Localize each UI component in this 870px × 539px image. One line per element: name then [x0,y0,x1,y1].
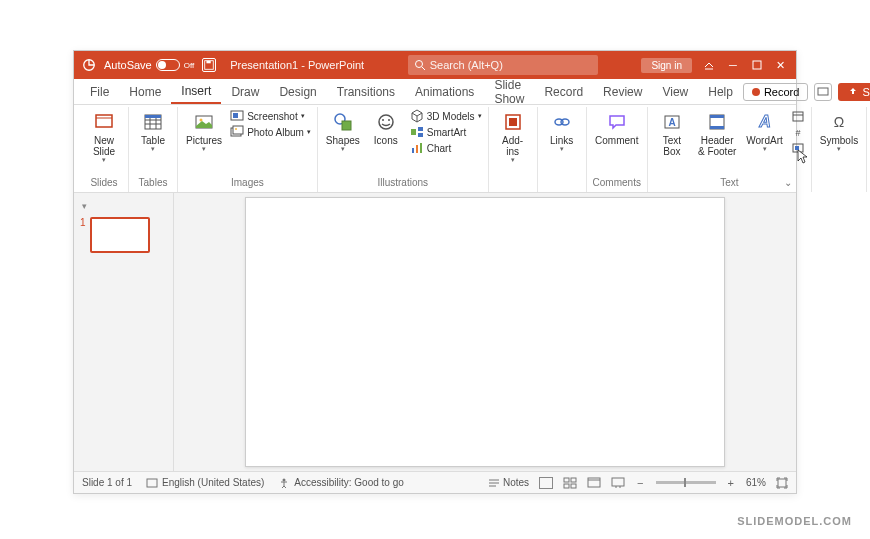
tab-insert[interactable]: Insert [171,80,221,104]
tab-record[interactable]: Record [534,81,593,103]
chevron-down-icon: ▾ [151,146,155,152]
textbox-button[interactable]: A Text Box [654,109,690,159]
shapes-button[interactable]: Shapes ▾ [324,109,362,154]
tab-animations[interactable]: Animations [405,81,484,103]
tab-home[interactable]: Home [119,81,171,103]
svg-rect-57 [571,478,576,482]
maximize-button[interactable] [750,58,764,72]
search-box[interactable]: Search (Alt+Q) [408,55,598,75]
3d-models-button[interactable]: 3D Models ▾ [410,109,482,123]
3d-models-icon [410,109,424,123]
accessibility-indicator[interactable]: Accessibility: Good to go [278,477,404,489]
present-mode-button[interactable] [814,83,832,101]
header-footer-icon [706,111,728,133]
slide-thumbnail-1[interactable] [90,217,150,253]
svg-rect-2 [207,61,211,64]
branding-watermark: SLIDEMODEL.COM [737,515,852,527]
slide-number-button[interactable]: # [791,125,805,139]
screenshot-icon [230,109,244,123]
tab-transitions[interactable]: Transitions [327,81,405,103]
minimize-button[interactable]: ─ [726,58,740,72]
language-indicator[interactable]: English (United States) [146,477,264,489]
chart-button[interactable]: Chart [410,141,482,155]
svg-rect-19 [233,113,238,118]
group-links: Links ▾ [538,107,587,192]
group-tables-label: Tables [139,177,168,190]
quick-access-dropdown[interactable]: ▾ [78,201,169,215]
svg-rect-44 [793,112,803,121]
date-time-button[interactable] [791,109,805,123]
autosave-toggle[interactable]: AutoSave Off [104,59,194,71]
smartart-icon [410,125,424,139]
reading-view-button[interactable] [587,477,601,489]
comment-button[interactable]: Comment [593,109,640,148]
chevron-down-icon: ▾ [763,146,767,152]
svg-rect-58 [564,484,569,488]
wordart-icon: A [754,111,776,133]
normal-view-button[interactable] [539,477,553,489]
tab-view[interactable]: View [652,81,698,103]
slide-sorter-view-button[interactable] [563,477,577,489]
header-footer-button[interactable]: Header & Footer [696,109,738,159]
slide-counter[interactable]: Slide 1 of 1 [82,477,132,488]
group-images-label: Images [231,177,264,190]
notes-button[interactable]: Notes [488,477,529,488]
ribbon: New Slide ▾ Slides Table ▾ Tables [74,105,796,193]
tab-draw[interactable]: Draw [221,81,269,103]
wordart-button[interactable]: A WordArt ▾ [744,109,785,154]
smartart-label: SmartArt [427,127,466,138]
object-button[interactable] [791,141,805,155]
accessibility-text: Accessibility: Good to go [294,477,404,488]
svg-rect-30 [418,133,423,137]
save-icon[interactable] [202,58,216,72]
links-button[interactable]: Links ▾ [544,109,580,154]
thumbnail-row[interactable]: 1 [78,215,169,255]
thumbnail-pane[interactable]: ▾ 1 [74,193,174,471]
group-illustrations-label: Illustrations [377,177,428,190]
smartart-button[interactable]: SmartArt [410,125,482,139]
zoom-out-button[interactable]: − [635,477,645,489]
sign-in-button[interactable]: Sign in [641,58,692,73]
tab-file[interactable]: File [80,81,119,103]
share-button[interactable]: Share [838,83,870,101]
slide-number-icon: # [791,125,805,139]
comment-icon [606,111,628,133]
search-icon [414,59,426,71]
tab-review[interactable]: Review [593,81,652,103]
new-slide-label: New Slide [93,135,115,157]
screenshot-button[interactable]: Screenshot ▾ [230,109,311,123]
icons-icon [375,111,397,133]
slide-canvas[interactable] [245,197,725,467]
chevron-down-icon: ▾ [202,146,206,152]
pictures-button[interactable]: Pictures ▾ [184,109,224,154]
tab-design[interactable]: Design [269,81,326,103]
zoom-in-button[interactable]: + [726,477,736,489]
svg-rect-65 [778,479,786,487]
chevron-down-icon: ▾ [837,146,841,152]
close-button[interactable]: ✕ [774,58,788,72]
fit-to-window-button[interactable] [776,477,788,489]
autosave-state: Off [184,61,195,70]
svg-rect-33 [420,143,422,153]
tab-help[interactable]: Help [698,81,743,103]
addins-button[interactable]: Add- ins ▾ [495,109,531,165]
icons-button[interactable]: Icons [368,109,404,148]
textbox-icon: A [661,111,683,133]
ribbon-display-icon[interactable] [702,58,716,72]
table-icon [142,111,164,133]
chevron-down-icon: ▾ [511,157,515,163]
group-slides-label: Slides [90,177,117,190]
zoom-level[interactable]: 61% [746,477,766,488]
table-button[interactable]: Table ▾ [135,109,171,154]
title-bar: AutoSave Off Presentation1 - PowerPoint … [74,51,796,79]
zoom-slider[interactable] [656,481,716,484]
slideshow-view-button[interactable] [611,477,625,489]
photo-album-button[interactable]: Photo Album ▾ [230,125,311,139]
toggle-shape [156,59,180,71]
collapse-ribbon-button[interactable]: ⌄ [784,177,792,188]
new-slide-button[interactable]: New Slide ▾ [86,109,122,165]
svg-rect-8 [96,115,112,127]
record-button[interactable]: Record [743,83,808,101]
symbols-button[interactable]: Ω Symbols ▾ [818,109,860,154]
powerpoint-window: AutoSave Off Presentation1 - PowerPoint … [73,50,797,494]
